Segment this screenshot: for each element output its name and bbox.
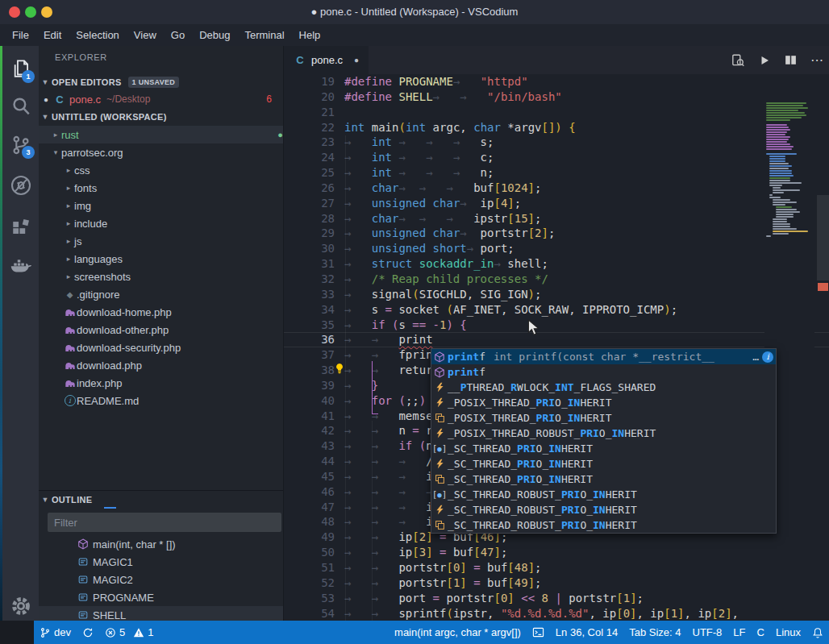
suggest-item[interactable]: _POSIX_THREAD_PRIO_INHERIT	[431, 395, 776, 410]
code-line-25[interactable]: 25→ int → → → n;	[284, 165, 829, 181]
extensions-icon[interactable]	[9, 217, 33, 241]
tree-item-download-home-php[interactable]: download-home.php	[39, 303, 284, 321]
menu-terminal[interactable]: Terminal	[237, 24, 291, 46]
code-line-27[interactable]: 27→ unsigned char→ ip[4];	[284, 196, 829, 211]
tree-item-screenshots[interactable]: ▸screenshots	[39, 268, 284, 285]
suggest-item[interactable]: _SC_THREAD_PRIO_INHERIT	[431, 456, 776, 472]
tree-item-img[interactable]: ▸img	[39, 197, 284, 214]
outline-item-shell[interactable]: SHELL	[39, 606, 284, 621]
menu-help[interactable]: Help	[292, 24, 328, 46]
code-line-24[interactable]: 24→ int → → → c;	[284, 150, 829, 165]
tree-item-languages[interactable]: ▸languages	[39, 250, 284, 268]
terminal-icon[interactable]	[527, 621, 550, 644]
settings-gear-icon[interactable]	[9, 594, 33, 618]
sync-item[interactable]	[77, 621, 99, 644]
open-editor-item-pone[interactable]: ● C pone.c ~/Desktop 6	[39, 90, 283, 108]
code-line-52[interactable]: 52→ → portstr[1] = buf[49];	[284, 575, 829, 591]
status-symbol-context[interactable]: main(int argc, char * argv[])	[389, 621, 527, 644]
tab-dirty-indicator[interactable]: ●	[354, 56, 359, 64]
code-line-26[interactable]: 26→ char→ → → buf[1024];	[284, 181, 829, 196]
code-line-19[interactable]: 19#define PROGNAME→ "httpd"	[284, 74, 829, 89]
tree-item-js[interactable]: ▸js	[39, 232, 284, 250]
tree-item-index-php[interactable]: index.php	[39, 374, 284, 392]
code-line-54[interactable]: 54→ → sprintf(ipstr, "%d.%d.%d.%d", ip[0…	[284, 606, 829, 621]
menu-selection[interactable]: Selection	[69, 24, 126, 46]
source-control-icon[interactable]: 3	[9, 133, 33, 157]
code-line-34[interactable]: 34→ s = socket (AF_INET, SOCK_RAW, IPPRO…	[284, 302, 829, 318]
code-line-53[interactable]: 53→ → port = portstr[0] << 8 | portstr[1…	[284, 591, 829, 606]
tree-item-fonts[interactable]: ▸fonts	[39, 179, 284, 197]
debug-icon[interactable]	[9, 173, 33, 197]
status-language-mode[interactable]: C	[752, 621, 770, 644]
suggest-item[interactable]: [●]_SC_THREAD_ROBUST_PRIO_INHERIT	[431, 487, 776, 502]
status-eol[interactable]: LF	[727, 621, 751, 644]
status-remote-os[interactable]: Linux	[770, 621, 806, 644]
menu-go[interactable]: Go	[164, 24, 192, 46]
tree-item-download-other-php[interactable]: download-other.php	[39, 321, 284, 339]
suggest-item[interactable]: _SC_THREAD_ROBUST_PRIO_INHERIT	[431, 502, 776, 517]
code-line-28[interactable]: 28→ char→ → → ipstr[15];	[284, 211, 829, 226]
status-encoding[interactable]: UTF-8	[687, 621, 728, 644]
open-editors-section-header[interactable]: ▼ OPEN EDITORS 1 UNSAVED	[39, 74, 283, 90]
tree-item-parrotsec-org[interactable]: ▾parrotsec.org	[39, 143, 284, 161]
info-icon[interactable]: i	[762, 351, 773, 363]
code-line-20[interactable]: 20#define SHELL→ → "/bin/bash"	[284, 89, 829, 105]
split-editor-icon[interactable]	[784, 53, 798, 67]
open-changes-icon[interactable]	[731, 53, 745, 68]
status-cursor-position[interactable]: Ln 36, Col 14	[550, 621, 623, 644]
tree-item-readme-md[interactable]: iREADME.md	[39, 392, 284, 409]
menu-view[interactable]: View	[127, 24, 164, 46]
outline-item-magic1[interactable]: MAGIC1	[39, 553, 284, 571]
suggest-item[interactable]: _SC_THREAD_PRIO_INHERIT	[431, 472, 776, 487]
tree-item-rust[interactable]: ▸rust●	[39, 126, 284, 143]
vscodium-window: ● pone.c - Untitled (Workspace) - VSCodi…	[0, 0, 829, 644]
code-line-35[interactable]: 35→ if (s == -1) {	[284, 318, 829, 333]
outline-filter-input[interactable]	[48, 513, 281, 532]
suggest-item[interactable]: printf	[431, 364, 776, 380]
suggest-item[interactable]: _POSIX_THREAD_PRIO_INHERIT	[431, 410, 776, 426]
more-actions-icon[interactable]: ⋯	[810, 52, 824, 68]
editor-scrollbar[interactable]	[817, 102, 829, 621]
tree-item-download-php[interactable]: download.php	[39, 356, 284, 374]
outline-item-magic2[interactable]: MAGIC2	[39, 571, 284, 588]
code-line-21[interactable]: 21	[284, 105, 829, 120]
menu-edit[interactable]: Edit	[36, 24, 69, 46]
code-area[interactable]: 19#define PROGNAME→ "httpd"20#define SHE…	[284, 74, 829, 621]
suggest-item[interactable]: printfint printf(const char *__restrict_…	[431, 349, 776, 364]
docker-icon[interactable]	[9, 254, 33, 278]
outline-item-progname[interactable]: PROGNAME	[39, 588, 284, 606]
code-line-51[interactable]: 51→ → portstr[0] = buf[48];	[284, 560, 829, 575]
code-line-29[interactable]: 29→ unsigned char→ portstr[2];	[284, 226, 829, 241]
suggest-item[interactable]: [●]_SC_THREAD_PRIO_INHERIT	[431, 441, 776, 456]
lightbulb-icon[interactable]	[334, 363, 345, 374]
suggest-item[interactable]: _SC_THREAD_ROBUST_PRIO_INHERIT	[431, 517, 776, 533]
problems-item[interactable]: 5 1	[99, 621, 159, 644]
menu-file[interactable]: File	[5, 24, 36, 46]
tree-item-css[interactable]: ▸css	[39, 161, 284, 179]
code-line-30[interactable]: 30→ unsigned short→ port;	[284, 241, 829, 256]
code-line-23[interactable]: 23→ int → → → s;	[284, 135, 829, 150]
code-line-36[interactable]: 36→ → print	[284, 332, 829, 347]
status-indentation[interactable]: Tab Size: 4	[623, 621, 686, 644]
outline-item-main-int-char-[interactable]: main(int, char * [])	[39, 535, 284, 553]
scrollbar-slider[interactable]	[817, 195, 829, 280]
git-branch-item[interactable]: dev	[34, 621, 77, 644]
code-line-50[interactable]: 50→ → ip[3] = buf[47];	[284, 545, 829, 560]
code-line-31[interactable]: 31→ struct sockaddr_in→ shell;	[284, 256, 829, 272]
outline-section-header[interactable]: ▼ OUTLINE	[39, 490, 283, 509]
suggest-item[interactable]: __PTHREAD_RWLOCK_INT_FLAGS_SHARED	[431, 380, 776, 395]
tree-item-include[interactable]: ▸include	[39, 214, 284, 232]
workspace-section-header[interactable]: ▼ UNTITLED (WORKSPACE)	[39, 108, 283, 126]
code-line-33[interactable]: 33→ signal(SIGCHLD, SIG_IGN);	[284, 287, 829, 302]
tree-item-download-security-php[interactable]: download-security.php	[39, 339, 284, 356]
code-line-32[interactable]: 32→ /* Reap child processes */	[284, 272, 829, 287]
menu-debug[interactable]: Debug	[192, 24, 237, 46]
explorer-icon[interactable]: 1	[9, 57, 33, 81]
tab-pone-c[interactable]: C pone.c ●	[284, 46, 369, 74]
run-icon[interactable]	[758, 54, 771, 67]
code-line-22[interactable]: 22int main(int argc, char *argv[]) {	[284, 120, 829, 135]
search-icon[interactable]	[9, 94, 33, 118]
tree-item--gitignore[interactable]: ◆.gitignore	[39, 285, 284, 303]
suggest-item[interactable]: _POSIX_THREAD_ROBUST_PRIO_INHERIT	[431, 426, 776, 441]
bell-icon[interactable]	[806, 621, 829, 644]
